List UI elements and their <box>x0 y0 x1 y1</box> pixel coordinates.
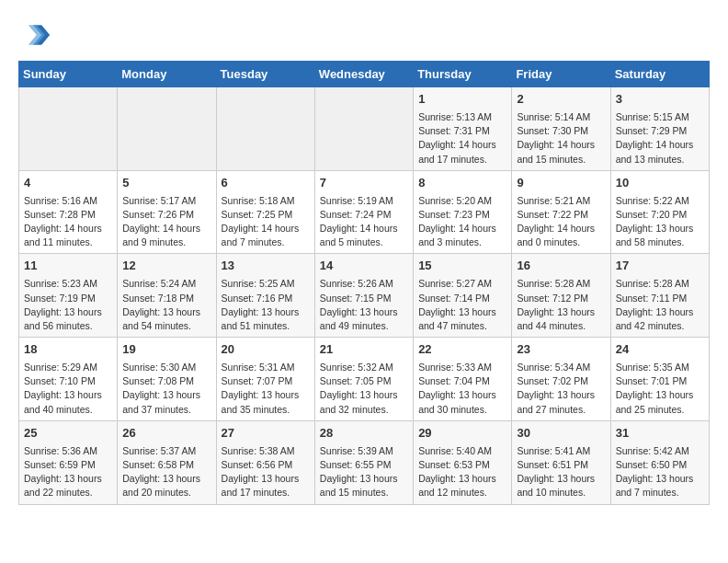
day-info: Daylight: 13 hours <box>616 388 704 402</box>
day-info: and 12 minutes. <box>418 486 506 500</box>
day-info: Sunrise: 5:25 AM <box>222 277 310 291</box>
day-number: 24 <box>616 341 704 359</box>
day-info: Sunrise: 5:15 AM <box>616 110 704 124</box>
day-info: and 22 minutes. <box>24 486 112 500</box>
calendar-cell: 2Sunrise: 5:14 AMSunset: 7:30 PMDaylight… <box>512 87 610 171</box>
calendar-cell: 13Sunrise: 5:25 AMSunset: 7:16 PMDayligh… <box>216 254 314 338</box>
day-info: Sunset: 7:20 PM <box>616 208 704 222</box>
day-info: Daylight: 14 hours <box>418 138 506 152</box>
day-info: Daylight: 13 hours <box>24 305 112 319</box>
day-info: and 44 minutes. <box>517 319 605 333</box>
day-number: 26 <box>122 425 210 442</box>
calendar-table: SundayMondayTuesdayWednesdayThursdayFrid… <box>18 61 710 505</box>
calendar-cell: 24Sunrise: 5:35 AMSunset: 7:01 PMDayligh… <box>610 338 709 421</box>
calendar-cell: 18Sunrise: 5:29 AMSunset: 7:10 PMDayligh… <box>19 338 118 421</box>
day-info: and 3 minutes. <box>418 236 506 249</box>
day-info: and 17 minutes. <box>418 153 506 167</box>
day-info: Sunrise: 5:14 AM <box>517 110 605 124</box>
calendar-week: 18Sunrise: 5:29 AMSunset: 7:10 PMDayligh… <box>19 338 710 421</box>
day-info: Daylight: 13 hours <box>517 388 605 402</box>
day-number: 14 <box>320 258 408 275</box>
day-info: Daylight: 14 hours <box>24 222 112 236</box>
calendar-cell: 25Sunrise: 5:36 AMSunset: 6:59 PMDayligh… <box>19 420 118 504</box>
calendar-cell: 22Sunrise: 5:33 AMSunset: 7:04 PMDayligh… <box>414 338 512 421</box>
day-info: Sunset: 7:25 PM <box>222 208 310 222</box>
calendar-cell: 20Sunrise: 5:31 AMSunset: 7:07 PMDayligh… <box>216 338 314 421</box>
header-day: Monday <box>118 62 216 87</box>
day-info: Sunrise: 5:17 AM <box>122 194 210 208</box>
header-day: Wednesday <box>314 62 413 87</box>
day-info: Daylight: 13 hours <box>418 388 506 402</box>
day-info: Sunset: 6:58 PM <box>122 458 210 472</box>
day-info: Sunset: 7:30 PM <box>517 124 605 138</box>
day-number: 2 <box>517 91 605 109</box>
day-info: and 58 minutes. <box>616 236 704 249</box>
day-number: 18 <box>24 341 112 359</box>
day-info: Daylight: 13 hours <box>320 472 408 486</box>
header-day: Tuesday <box>216 62 314 87</box>
day-info: Daylight: 13 hours <box>616 472 704 486</box>
day-info: Sunrise: 5:30 AM <box>122 361 210 374</box>
day-number: 20 <box>222 341 310 359</box>
day-info: and 13 minutes. <box>616 153 704 167</box>
day-info: Sunset: 7:11 PM <box>616 292 704 305</box>
logo <box>18 18 55 52</box>
header-day: Thursday <box>414 62 512 87</box>
day-info: Sunset: 7:10 PM <box>24 374 112 388</box>
header-day: Sunday <box>19 62 118 87</box>
day-info: Daylight: 13 hours <box>418 305 506 319</box>
day-info: and 32 minutes. <box>320 403 408 417</box>
day-info: Sunset: 6:50 PM <box>616 458 704 472</box>
day-number: 22 <box>418 341 506 359</box>
day-info: Daylight: 13 hours <box>616 222 704 236</box>
day-number: 7 <box>320 175 408 192</box>
day-info: Sunset: 7:31 PM <box>418 124 506 138</box>
day-info: Sunset: 7:14 PM <box>418 292 506 305</box>
header-day: Saturday <box>610 62 709 87</box>
calendar-cell: 16Sunrise: 5:28 AMSunset: 7:12 PMDayligh… <box>512 254 610 338</box>
day-number: 4 <box>24 175 112 192</box>
calendar-body: 1Sunrise: 5:13 AMSunset: 7:31 PMDaylight… <box>19 87 710 505</box>
header-day: Friday <box>512 62 610 87</box>
day-info: Sunset: 7:07 PM <box>222 374 310 388</box>
day-info: Sunrise: 5:38 AM <box>222 444 310 458</box>
day-info: and 7 minutes. <box>222 236 310 249</box>
day-info: and 20 minutes. <box>122 486 210 500</box>
day-info: Sunset: 7:08 PM <box>122 374 210 388</box>
day-number: 5 <box>122 175 210 192</box>
day-info: Sunrise: 5:28 AM <box>517 277 605 291</box>
day-number: 1 <box>418 91 506 109</box>
day-info: and 10 minutes. <box>517 486 605 500</box>
day-number: 19 <box>122 341 210 359</box>
calendar-cell: 21Sunrise: 5:32 AMSunset: 7:05 PMDayligh… <box>314 338 413 421</box>
calendar-cell: 12Sunrise: 5:24 AMSunset: 7:18 PMDayligh… <box>118 254 216 338</box>
day-info: Sunrise: 5:28 AM <box>616 277 704 291</box>
day-info: and 49 minutes. <box>320 319 408 333</box>
day-info: Daylight: 13 hours <box>24 472 112 486</box>
day-number: 29 <box>418 425 506 442</box>
day-info: and 15 minutes. <box>517 153 605 167</box>
day-number: 11 <box>24 258 112 275</box>
calendar-cell: 5Sunrise: 5:17 AMSunset: 7:26 PMDaylight… <box>118 170 216 254</box>
calendar-cell: 7Sunrise: 5:19 AMSunset: 7:24 PMDaylight… <box>314 170 413 254</box>
day-info: Sunrise: 5:26 AM <box>320 277 408 291</box>
day-number: 31 <box>616 425 704 442</box>
day-info: Daylight: 14 hours <box>222 222 310 236</box>
day-info: Sunrise: 5:31 AM <box>222 361 310 374</box>
day-info: and 0 minutes. <box>517 236 605 249</box>
day-info: Sunset: 6:53 PM <box>418 458 506 472</box>
day-number: 28 <box>320 425 408 442</box>
day-info: Sunrise: 5:20 AM <box>418 194 506 208</box>
day-info: Daylight: 13 hours <box>616 305 704 319</box>
day-info: and 47 minutes. <box>418 319 506 333</box>
day-info: Sunset: 6:59 PM <box>24 458 112 472</box>
calendar-cell: 27Sunrise: 5:38 AMSunset: 6:56 PMDayligh… <box>216 420 314 504</box>
day-info: Sunrise: 5:21 AM <box>517 194 605 208</box>
day-number: 23 <box>517 341 605 359</box>
day-info: Sunrise: 5:33 AM <box>418 361 506 374</box>
day-info: Daylight: 13 hours <box>222 305 310 319</box>
day-info: Sunrise: 5:41 AM <box>517 444 605 458</box>
calendar-cell: 3Sunrise: 5:15 AMSunset: 7:29 PMDaylight… <box>610 87 709 171</box>
day-info: and 42 minutes. <box>616 319 704 333</box>
day-number: 10 <box>616 175 704 192</box>
